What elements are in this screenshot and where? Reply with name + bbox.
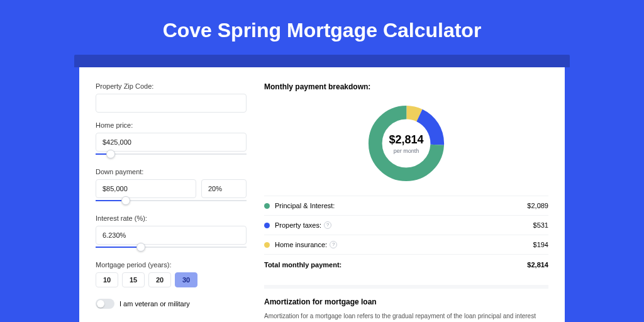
amortization-text: Amortization for a mortgage loan refers … <box>264 311 548 322</box>
down-payment-slider[interactable] <box>96 197 247 206</box>
breakdown-value: $194 <box>533 241 548 248</box>
down-payment-label: Down payment: <box>96 168 247 175</box>
breakdown-label: Property taxes: ? <box>275 221 533 229</box>
home-price-label: Home price: <box>96 121 247 129</box>
period-option-15[interactable]: 15 <box>122 272 145 287</box>
breakdown-panel: Monthly payment breakdown: $2,814 per mo… <box>264 82 548 322</box>
legend-dot <box>264 242 270 248</box>
total-row: Total monthly payment: $2,814 <box>264 254 548 275</box>
breakdown-label: Home insurance: ? <box>275 241 533 248</box>
slider-thumb[interactable] <box>121 196 130 205</box>
card-shadow <box>74 55 570 67</box>
breakdown-row: Home insurance: ?$194 <box>264 235 548 254</box>
period-option-30[interactable]: 30 <box>175 272 197 287</box>
help-icon[interactable]: ? <box>324 221 331 229</box>
veteran-label: I am veteran or military <box>119 300 190 308</box>
mortgage-period-group: 10152030 <box>96 272 247 287</box>
breakdown-row: Property taxes: ?$531 <box>264 215 548 235</box>
period-option-20[interactable]: 20 <box>148 272 171 287</box>
down-payment-pct-input[interactable] <box>201 179 247 198</box>
home-price-slider[interactable] <box>96 150 247 159</box>
amortization-section: Amortization for mortgage loan Amortizat… <box>264 285 548 322</box>
breakdown-row: Principal & Interest:$2,089 <box>264 196 548 215</box>
home-price-input[interactable] <box>96 133 247 152</box>
breakdown-label: Principal & Interest: <box>275 202 527 209</box>
interest-rate-slider[interactable] <box>96 243 247 252</box>
mortgage-period-label: Mortgage period (years): <box>96 261 247 269</box>
form-panel: Property Zip Code: Home price: Down paym… <box>96 82 247 322</box>
page-title: Cove Spring Mortgage Calculator <box>0 0 644 55</box>
legend-dot <box>264 203 270 209</box>
calculator-card: Property Zip Code: Home price: Down paym… <box>79 67 565 322</box>
zip-input[interactable] <box>96 94 247 113</box>
donut-chart: $2,814 per month <box>365 103 447 184</box>
slider-thumb[interactable] <box>106 150 115 158</box>
interest-rate-input[interactable] <box>96 226 247 245</box>
zip-label: Property Zip Code: <box>96 82 247 90</box>
period-option-10[interactable]: 10 <box>96 272 118 287</box>
veteran-toggle[interactable] <box>96 299 114 309</box>
help-icon[interactable]: ? <box>330 241 337 248</box>
breakdown-title: Monthly payment breakdown: <box>264 82 548 91</box>
amortization-title: Amortization for mortgage loan <box>264 297 548 306</box>
breakdown-value: $531 <box>533 221 548 229</box>
donut-amount: $2,814 <box>389 133 423 147</box>
down-payment-input[interactable] <box>96 179 196 198</box>
breakdown-value: $2,089 <box>527 202 548 209</box>
legend-dot <box>264 223 270 228</box>
interest-rate-label: Interest rate (%): <box>96 214 247 222</box>
slider-thumb[interactable] <box>136 243 145 252</box>
donut-subtext: per month <box>394 148 419 154</box>
total-value: $2,814 <box>527 261 548 269</box>
total-label: Total monthly payment: <box>264 261 527 269</box>
